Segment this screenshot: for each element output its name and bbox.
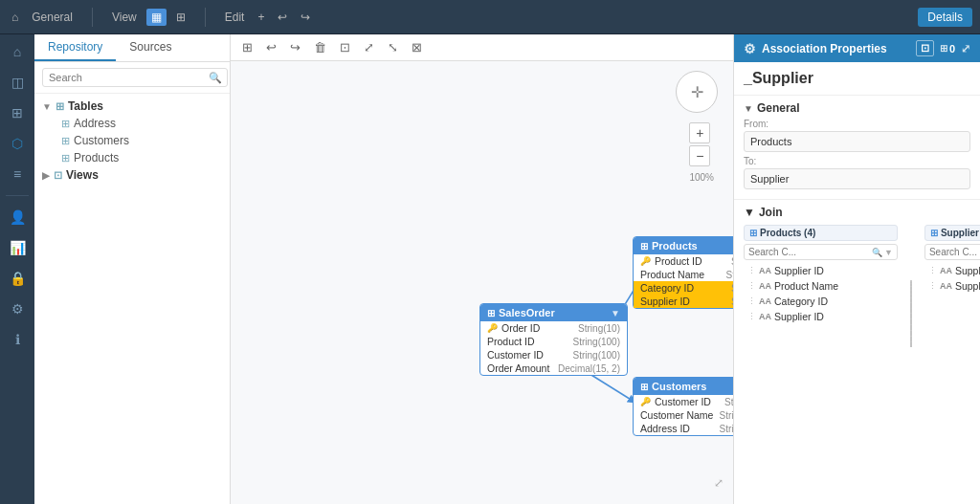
back-icon[interactable]: ↩ [274, 9, 291, 26]
supplier-search-input[interactable] [929, 247, 980, 257]
sidebar-tabs: Repository Sources [34, 34, 230, 62]
products-filter-icon[interactable]: ▼ [884, 248, 893, 257]
top-toolbar: ⌂ General View ▦ ⊞ Edit + ↩ ↪ Details [0, 0, 980, 34]
nav-info-icon[interactable]: ℹ [4, 326, 31, 353]
drag-handle-icon: ⋮ [747, 296, 756, 306]
drag-handle-icon: ⋮ [747, 266, 756, 275]
tree-item-address[interactable]: ⊞ Address [34, 115, 230, 132]
tree-item-customers[interactable]: ⊞ Customers [34, 132, 230, 149]
view-icon-1[interactable]: ▦ [146, 9, 167, 26]
nav-separator [6, 195, 29, 196]
details-button[interactable]: Details [918, 8, 972, 27]
table-icon-address: ⊞ [61, 118, 70, 130]
nav-er-icon[interactable]: ⬡ [4, 130, 31, 157]
products-col-title: Products (4) [760, 228, 815, 238]
join-field-supplierid-right[interactable]: ⋮ AA Supplier ID [924, 263, 980, 278]
salesorder-expand-icon[interactable]: ▼ [611, 308, 620, 318]
join-field-productname[interactable]: ⋮ AA Product Name [744, 278, 898, 294]
view-icon-2[interactable]: ⊞ [172, 9, 189, 26]
products-row-supplierid: Supplier ID String(10) [634, 295, 733, 308]
table-label-products: Products [74, 151, 119, 164]
join-section-header[interactable]: ▼ Join [744, 206, 970, 219]
canvas-expand-icon[interactable]: ⤢ [360, 38, 378, 56]
table-card-products[interactable]: ⊞Products ▼ 🔑 Product ID String(10) Prod… [633, 236, 733, 309]
toolbar-general-group: ⌂ General [8, 9, 77, 26]
zoom-in-button[interactable]: + [689, 122, 710, 143]
tab-repository[interactable]: Repository [34, 34, 116, 61]
add-icon[interactable]: + [254, 9, 268, 26]
join-field-supplierid2-label: Supplier ID [774, 311, 824, 322]
join-field-suppliername-right[interactable]: ⋮ AA Supplier Name [924, 278, 980, 294]
nav-table-icon[interactable]: ⊞ [4, 99, 31, 126]
nav-home-icon[interactable]: ⌂ [4, 38, 31, 65]
nav-chart-icon[interactable]: 📊 [4, 234, 31, 261]
canvas[interactable]: ✛ + − 100% [231, 61, 733, 499]
panel-header-title: Association Properties [762, 42, 887, 55]
zoom-label: 100% [689, 172, 714, 183]
nav-query-icon[interactable]: ≡ [4, 161, 31, 187]
export-icon[interactable]: ↪ [297, 9, 314, 26]
products-search-icon: 🔍 [872, 248, 882, 257]
join-field-supplierid2[interactable]: ⋮ AA Supplier ID [744, 309, 898, 324]
toolbar-separator-1 [92, 8, 93, 27]
nav-user-icon[interactable]: 👤 [4, 204, 31, 230]
association-properties-icon: ⚙ [744, 41, 756, 56]
canvas-layout-icon[interactable]: ⊠ [408, 38, 426, 56]
key-icon: 🔑 [487, 323, 498, 333]
search-bar: 🔍 [34, 62, 230, 94]
compass-control[interactable]: ✛ [676, 71, 718, 113]
canvas-delete-icon[interactable]: 🗑 [310, 38, 330, 56]
general-section-header[interactable]: ▼ General [744, 101, 970, 115]
join-connector-svg [902, 271, 921, 357]
table-card-customers[interactable]: ⊞Customers ▼ 🔑 Customer ID String(10) Cu… [633, 377, 733, 436]
canvas-redo-icon[interactable]: ↪ [286, 38, 304, 56]
salesorder-row-orderamt: Order Amount Decimal(15, 2) [480, 362, 627, 375]
panel-toolbar-icon1[interactable]: ⊡ [916, 40, 934, 56]
join-field-suppliername-right-label: Supplier Name [955, 280, 980, 292]
general-label: General [757, 101, 800, 115]
canvas-undo-icon[interactable]: ↩ [262, 38, 280, 56]
from-input[interactable] [744, 131, 970, 152]
customers-row-customerid: 🔑 Customer ID String(10) [634, 395, 733, 408]
canvas-grid-icon[interactable]: ⊞ [238, 38, 256, 56]
customers-title: Customers [652, 381, 706, 392]
zoom-controls: + − 100% [689, 122, 714, 183]
canvas-collapse-icon[interactable]: ⤡ [384, 38, 402, 56]
toolbar-separator-2 [205, 8, 206, 27]
products-search: 🔍 ▼ [744, 244, 898, 260]
drag-handle-icon: ⋮ [928, 281, 937, 291]
salesorder-row-productid: Product ID String(100) [480, 335, 627, 348]
drag-handle-icon: ⋮ [747, 312, 756, 321]
products-search-input[interactable] [748, 247, 870, 257]
right-panel: ⚙ Association Properties ⊡ ⊞ 0 ⤢ _Suppli… [733, 34, 980, 504]
tree-group-views[interactable]: ▶ ⊡ Views [34, 166, 230, 184]
views-label: Views [66, 168, 99, 182]
nav-db-icon[interactable]: ◫ [4, 69, 31, 96]
supplier-search: 🔍 ▼ [924, 244, 980, 260]
canvas-fit-icon[interactable]: ⊡ [336, 38, 354, 56]
panel-expand-icon[interactable]: ⤢ [961, 42, 970, 55]
tree-group-tables[interactable]: ▼ ⊞ Tables [34, 98, 230, 115]
join-label: Join [759, 206, 783, 219]
products-title: Products [652, 240, 698, 252]
home-icon[interactable]: ⌂ [8, 9, 22, 26]
join-field-categoryid[interactable]: ⋮ AA Category ID [744, 294, 898, 309]
toolbar-edit-group: Edit + ↩ ↪ [221, 9, 315, 26]
tab-sources[interactable]: Sources [116, 34, 185, 61]
nav-lock-icon[interactable]: 🔒 [4, 265, 31, 292]
panel-header: ⚙ Association Properties ⊡ ⊞ 0 ⤢ [734, 34, 980, 62]
tree-item-products[interactable]: ⊞ Products [34, 149, 230, 166]
nav-settings-icon[interactable]: ⚙ [4, 296, 31, 322]
panel-title: _Supplier [734, 62, 980, 96]
search-input[interactable] [42, 68, 228, 87]
sidebar: Repository Sources 🔍 ▼ ⊞ Tables ⊞ Addres… [34, 34, 231, 504]
to-input[interactable] [744, 168, 970, 189]
left-nav: ⌂ ◫ ⊞ ⬡ ≡ 👤 📊 🔒 ⚙ ℹ [0, 34, 34, 504]
table-card-salesorder[interactable]: ⊞SalesOrder ▼ 🔑 Order ID String(10) Prod… [479, 303, 628, 376]
join-field-supplierid-left[interactable]: ⋮ AA Supplier ID [744, 263, 898, 278]
toolbar-view-group: View ▦ ⊞ [108, 9, 189, 26]
zoom-out-button[interactable]: − [689, 145, 710, 166]
fullscreen-icon[interactable]: ⤢ [714, 476, 724, 490]
panel-header-left: ⚙ Association Properties [744, 41, 887, 56]
field-type-icon: AA [759, 281, 771, 291]
